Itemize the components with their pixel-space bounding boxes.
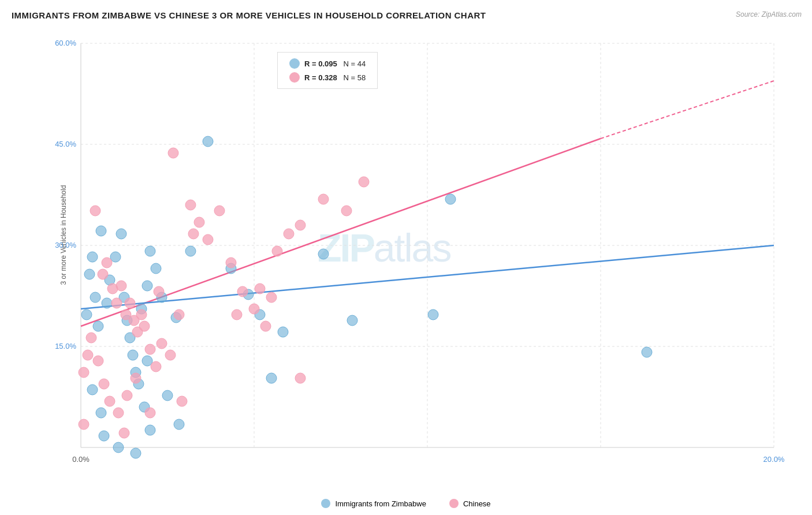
- svg-point-46: [266, 373, 277, 383]
- svg-point-28: [116, 229, 126, 239]
- bottom-legend-dot-zimbabwe: [321, 499, 330, 508]
- svg-point-99: [295, 373, 306, 383]
- svg-point-59: [162, 390, 173, 401]
- svg-point-105: [232, 309, 242, 320]
- svg-point-113: [188, 229, 199, 239]
- svg-point-95: [249, 304, 259, 314]
- svg-point-22: [90, 292, 100, 303]
- svg-point-110: [119, 428, 129, 438]
- svg-point-70: [125, 298, 135, 308]
- svg-line-17: [601, 81, 774, 139]
- bottom-legend-dot-chinese: [449, 499, 459, 508]
- svg-point-97: [272, 246, 282, 256]
- bottom-legend-label-zimbabwe: Immigrants from Zimbabwe: [335, 499, 426, 508]
- svg-text:15.0%: 15.0%: [55, 342, 76, 350]
- svg-point-92: [214, 206, 225, 216]
- svg-point-73: [136, 309, 147, 320]
- svg-point-108: [295, 220, 306, 230]
- svg-point-101: [341, 206, 352, 216]
- svg-point-85: [151, 361, 161, 372]
- svg-point-83: [131, 373, 141, 383]
- svg-text:60.0%: 60.0%: [55, 39, 76, 47]
- svg-point-47: [278, 327, 288, 337]
- svg-point-78: [93, 356, 103, 366]
- svg-text:45.0%: 45.0%: [55, 140, 76, 148]
- svg-point-58: [113, 442, 124, 453]
- svg-point-86: [157, 338, 167, 349]
- svg-point-112: [154, 286, 164, 297]
- svg-point-74: [139, 321, 150, 331]
- svg-point-68: [116, 281, 126, 291]
- svg-point-107: [266, 292, 277, 303]
- svg-point-54: [87, 385, 98, 395]
- svg-point-90: [194, 217, 204, 227]
- svg-point-32: [128, 350, 138, 360]
- svg-point-23: [81, 309, 92, 320]
- svg-point-109: [79, 419, 89, 430]
- svg-point-65: [102, 258, 112, 268]
- svg-point-81: [113, 408, 124, 418]
- bottom-legend-zimbabwe: Immigrants from Zimbabwe: [321, 499, 426, 508]
- svg-point-63: [90, 206, 100, 216]
- svg-point-77: [79, 367, 89, 378]
- svg-point-37: [145, 246, 155, 256]
- svg-point-84: [145, 344, 155, 354]
- svg-point-98: [284, 229, 294, 239]
- svg-point-38: [151, 263, 161, 274]
- svg-point-20: [96, 226, 106, 236]
- svg-point-93: [226, 258, 236, 268]
- svg-point-56: [99, 431, 109, 441]
- svg-point-67: [111, 298, 122, 308]
- svg-point-75: [86, 333, 96, 343]
- svg-point-100: [318, 194, 329, 204]
- svg-point-41: [185, 246, 196, 256]
- svg-point-80: [105, 396, 115, 406]
- svg-point-88: [174, 309, 184, 320]
- svg-text:0.0%: 0.0%: [72, 455, 90, 464]
- svg-point-87: [165, 350, 176, 360]
- svg-point-104: [177, 396, 187, 406]
- svg-point-60: [131, 448, 141, 458]
- svg-point-82: [122, 390, 132, 401]
- svg-text:20.0%: 20.0%: [763, 455, 785, 464]
- svg-point-106: [255, 283, 265, 294]
- svg-point-51: [445, 194, 456, 204]
- svg-point-21: [84, 269, 95, 279]
- svg-point-25: [102, 298, 112, 308]
- svg-point-111: [145, 408, 155, 418]
- svg-point-52: [642, 347, 652, 357]
- svg-point-49: [347, 315, 357, 326]
- svg-point-42: [203, 136, 213, 147]
- svg-point-79: [99, 379, 109, 389]
- svg-point-103: [168, 148, 178, 158]
- svg-point-24: [93, 321, 103, 331]
- svg-point-19: [87, 252, 98, 262]
- svg-text:30.0%: 30.0%: [55, 241, 76, 249]
- svg-point-94: [237, 286, 248, 297]
- svg-point-96: [260, 321, 271, 331]
- svg-point-64: [98, 269, 108, 279]
- bottom-legend-label-chinese: Chinese: [463, 499, 491, 508]
- svg-point-102: [359, 177, 369, 187]
- svg-point-48: [318, 249, 329, 259]
- svg-point-91: [203, 234, 213, 245]
- source-label: Source: ZipAtlas.com: [736, 10, 802, 18]
- bottom-legend: Immigrants from Zimbabwe Chinese: [0, 499, 812, 508]
- svg-point-57: [145, 425, 155, 435]
- svg-point-50: [428, 309, 438, 320]
- svg-point-76: [83, 350, 93, 360]
- svg-point-36: [142, 281, 152, 291]
- chart-container: IMMIGRANTS FROM ZIMBABWE VS CHINESE 3 OR…: [0, 0, 812, 515]
- svg-point-55: [96, 408, 106, 418]
- svg-point-62: [174, 419, 184, 430]
- chart-svg: 60.0% 45.0% 30.0% 15.0% 0.0% 20.0%: [35, 32, 785, 482]
- bottom-legend-chinese: Chinese: [449, 499, 491, 508]
- svg-point-89: [185, 200, 196, 210]
- chart-title: IMMIGRANTS FROM ZIMBABWE VS CHINESE 3 OR…: [12, 10, 486, 20]
